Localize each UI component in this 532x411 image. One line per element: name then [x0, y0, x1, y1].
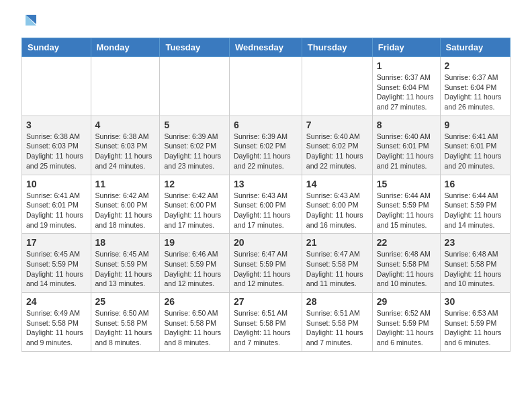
day-info: Sunrise: 6:38 AMSunset: 6:03 PMDaylight:… [26, 132, 87, 171]
page-header [0, 0, 532, 38]
day-number: 21 [306, 237, 368, 248]
day-info: Sunrise: 6:40 AMSunset: 6:01 PMDaylight:… [377, 132, 436, 171]
day-info: Sunrise: 6:51 AMSunset: 5:58 PMDaylight:… [306, 308, 368, 348]
calendar-wrapper: Sunday Monday Tuesday Wednesday Thursday… [0, 38, 532, 363]
calendar-cell: 16Sunrise: 6:44 AMSunset: 5:59 PMDayligh… [440, 175, 510, 234]
calendar-cell: 15Sunrise: 6:44 AMSunset: 5:59 PMDayligh… [372, 175, 440, 234]
day-number: 29 [377, 296, 436, 307]
day-number: 25 [95, 296, 156, 307]
calendar-cell: 23Sunrise: 6:48 AMSunset: 5:58 PMDayligh… [440, 234, 510, 293]
day-info: Sunrise: 6:42 AMSunset: 6:00 PMDaylight:… [164, 191, 225, 230]
day-number: 11 [95, 179, 156, 189]
calendar-cell: 24Sunrise: 6:49 AMSunset: 5:58 PMDayligh… [22, 293, 91, 352]
day-info: Sunrise: 6:47 AMSunset: 5:58 PMDaylight:… [306, 249, 368, 289]
calendar-cell: 27Sunrise: 6:51 AMSunset: 5:58 PMDayligh… [229, 293, 302, 352]
day-info: Sunrise: 6:39 AMSunset: 6:02 PMDaylight:… [164, 132, 225, 171]
calendar-cell: 29Sunrise: 6:52 AMSunset: 5:59 PMDayligh… [372, 293, 440, 352]
col-tuesday: Tuesday [160, 38, 230, 57]
day-info: Sunrise: 6:51 AMSunset: 5:58 PMDaylight:… [234, 308, 298, 348]
day-number: 8 [377, 120, 436, 130]
day-info: Sunrise: 6:42 AMSunset: 6:00 PMDaylight:… [95, 191, 156, 230]
calendar-cell: 7Sunrise: 6:40 AMSunset: 6:02 PMDaylight… [302, 116, 372, 175]
day-number: 17 [26, 237, 87, 248]
day-number: 5 [164, 120, 225, 130]
col-wednesday: Wednesday [229, 38, 302, 57]
col-thursday: Thursday [302, 38, 372, 57]
day-number: 9 [445, 120, 506, 130]
day-info: Sunrise: 6:47 AMSunset: 5:59 PMDaylight:… [234, 249, 298, 289]
day-number: 2 [445, 60, 506, 71]
calendar-cell: 11Sunrise: 6:42 AMSunset: 6:00 PMDayligh… [91, 175, 160, 234]
day-info: Sunrise: 6:40 AMSunset: 6:02 PMDaylight:… [306, 132, 368, 171]
col-saturday: Saturday [440, 38, 510, 57]
calendar-week-row: 10Sunrise: 6:41 AMSunset: 6:01 PMDayligh… [22, 175, 511, 234]
day-number: 7 [306, 120, 368, 130]
calendar-cell [302, 57, 372, 116]
calendar-week-row: 1Sunrise: 6:37 AMSunset: 6:04 PMDaylight… [22, 57, 511, 116]
calendar-cell [22, 57, 91, 116]
calendar-cell: 9Sunrise: 6:41 AMSunset: 6:01 PMDaylight… [440, 116, 510, 175]
day-info: Sunrise: 6:49 AMSunset: 5:58 PMDaylight:… [26, 308, 87, 348]
logo-icon [19, 12, 38, 31]
calendar-cell: 20Sunrise: 6:47 AMSunset: 5:59 PMDayligh… [229, 234, 302, 293]
calendar-cell: 14Sunrise: 6:43 AMSunset: 6:00 PMDayligh… [302, 175, 372, 234]
day-info: Sunrise: 6:43 AMSunset: 6:00 PMDaylight:… [234, 191, 298, 230]
day-number: 10 [26, 179, 87, 189]
calendar-cell: 3Sunrise: 6:38 AMSunset: 6:03 PMDaylight… [22, 116, 91, 175]
day-number: 13 [234, 179, 298, 189]
col-monday: Monday [91, 38, 160, 57]
day-number: 14 [306, 179, 368, 189]
day-number: 30 [445, 296, 506, 307]
day-info: Sunrise: 6:44 AMSunset: 5:59 PMDaylight:… [445, 191, 506, 230]
day-info: Sunrise: 6:38 AMSunset: 6:03 PMDaylight:… [95, 132, 156, 171]
calendar-cell: 4Sunrise: 6:38 AMSunset: 6:03 PMDaylight… [91, 116, 160, 175]
calendar-cell [229, 57, 302, 116]
calendar-cell: 19Sunrise: 6:46 AMSunset: 5:59 PMDayligh… [160, 234, 230, 293]
calendar-week-row: 3Sunrise: 6:38 AMSunset: 6:03 PMDaylight… [22, 116, 511, 175]
day-number: 18 [95, 237, 156, 248]
calendar-cell: 6Sunrise: 6:39 AMSunset: 6:02 PMDaylight… [229, 116, 302, 175]
calendar-cell [91, 57, 160, 116]
day-number: 15 [377, 179, 436, 189]
day-info: Sunrise: 6:50 AMSunset: 5:58 PMDaylight:… [95, 308, 156, 348]
calendar-cell: 12Sunrise: 6:42 AMSunset: 6:00 PMDayligh… [160, 175, 230, 234]
calendar-cell: 8Sunrise: 6:40 AMSunset: 6:01 PMDaylight… [372, 116, 440, 175]
day-number: 26 [164, 296, 225, 307]
col-sunday: Sunday [22, 38, 91, 57]
day-number: 27 [234, 296, 298, 307]
day-number: 16 [445, 179, 506, 189]
day-number: 3 [26, 120, 87, 130]
day-info: Sunrise: 6:37 AMSunset: 6:04 PMDaylight:… [377, 73, 436, 112]
day-number: 19 [164, 237, 225, 248]
calendar-week-row: 17Sunrise: 6:45 AMSunset: 5:59 PMDayligh… [22, 234, 511, 293]
day-number: 12 [164, 179, 225, 189]
calendar-week-row: 24Sunrise: 6:49 AMSunset: 5:58 PMDayligh… [22, 293, 511, 352]
day-number: 1 [377, 60, 436, 71]
col-friday: Friday [372, 38, 440, 57]
day-info: Sunrise: 6:52 AMSunset: 5:59 PMDaylight:… [377, 308, 436, 348]
calendar-cell: 26Sunrise: 6:50 AMSunset: 5:58 PMDayligh… [160, 293, 230, 352]
day-info: Sunrise: 6:43 AMSunset: 6:00 PMDaylight:… [306, 191, 368, 230]
day-number: 22 [377, 237, 436, 248]
calendar-cell: 2Sunrise: 6:37 AMSunset: 6:04 PMDaylight… [440, 57, 510, 116]
calendar-cell: 21Sunrise: 6:47 AMSunset: 5:58 PMDayligh… [302, 234, 372, 293]
day-info: Sunrise: 6:48 AMSunset: 5:58 PMDaylight:… [377, 249, 436, 289]
calendar-cell: 28Sunrise: 6:51 AMSunset: 5:58 PMDayligh… [302, 293, 372, 352]
calendar-cell [160, 57, 230, 116]
day-info: Sunrise: 6:41 AMSunset: 6:01 PMDaylight:… [26, 191, 87, 230]
day-info: Sunrise: 6:41 AMSunset: 6:01 PMDaylight:… [445, 132, 506, 171]
day-info: Sunrise: 6:50 AMSunset: 5:58 PMDaylight:… [164, 308, 225, 348]
calendar-cell: 17Sunrise: 6:45 AMSunset: 5:59 PMDayligh… [22, 234, 91, 293]
day-info: Sunrise: 6:45 AMSunset: 5:59 PMDaylight:… [95, 249, 156, 289]
calendar-cell: 5Sunrise: 6:39 AMSunset: 6:02 PMDaylight… [160, 116, 230, 175]
day-number: 6 [234, 120, 298, 130]
day-number: 28 [306, 296, 368, 307]
day-info: Sunrise: 6:37 AMSunset: 6:04 PMDaylight:… [445, 73, 506, 112]
day-number: 4 [95, 120, 156, 130]
calendar-cell: 18Sunrise: 6:45 AMSunset: 5:59 PMDayligh… [91, 234, 160, 293]
calendar-header-row: Sunday Monday Tuesday Wednesday Thursday… [22, 38, 511, 57]
day-info: Sunrise: 6:44 AMSunset: 5:59 PMDaylight:… [377, 191, 436, 230]
day-number: 24 [26, 296, 87, 307]
day-number: 23 [445, 237, 506, 248]
day-info: Sunrise: 6:45 AMSunset: 5:59 PMDaylight:… [26, 249, 87, 289]
